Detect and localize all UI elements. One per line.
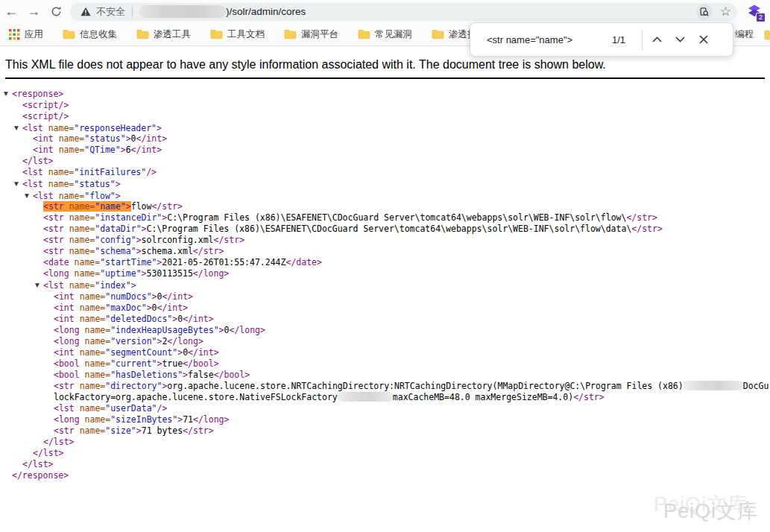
xml-line: <str name="instanceDir">C:\Program Files… [0, 212, 770, 224]
expand-arrow-icon[interactable]: ▼ [35, 279, 43, 291]
expand-arrow-icon[interactable]: ▼ [14, 122, 22, 133]
xml-tree: ▼<response><script/><script/>▼<lst name=… [0, 88, 770, 481]
find-match-highlight: name= [69, 201, 95, 212]
find-input[interactable]: <str name="name"> [487, 34, 612, 45]
notice-divider [5, 77, 765, 79]
xml-line: <str name="size">71 bytes</str> [0, 425, 770, 437]
watermark: PeiQi文库 [663, 498, 758, 525]
bookmark-folder-label: 渗透工具 [154, 28, 191, 41]
xml-line: <script/> [0, 111, 770, 122]
page-content: This XML file does not appear to have an… [0, 47, 770, 532]
find-match-highlight: <str [43, 201, 69, 212]
find-match-count: 1/1 [612, 34, 637, 45]
xml-line: ▼<lst name="index"> [0, 279, 770, 291]
folder-icon [63, 29, 75, 39]
xml-line: ▼<response> [0, 88, 770, 100]
xml-line: ▼<lst name="responseHeader"> [0, 122, 770, 134]
xml-line: <str name="schema">schema.xml</str> [0, 246, 770, 257]
xml-line: </response> [0, 470, 770, 481]
bookmark-folder-label: 常见漏洞 [375, 28, 412, 41]
apps-shortcut[interactable]: 应用 [9, 28, 43, 41]
bookmark-star-icon[interactable]: ☆ [720, 5, 731, 18]
xml-line: <int name="QTime">6</int> [0, 145, 770, 156]
xml-line: <script/> [0, 100, 770, 111]
bookmark-folder-item[interactable]: 漏洞平台 [284, 28, 338, 41]
browser-toolbar: ← → 不安全 )/solr/admin/cores [0, 0, 770, 23]
xml-line: <str name="config">solrconfig.xml</str> [0, 235, 770, 246]
xml-line: </lst> [0, 459, 770, 470]
chevron-down-icon [675, 37, 685, 42]
xml-line: </lst> [0, 448, 770, 459]
folder-icon [210, 29, 223, 39]
bookmark-folder-item[interactable]: 渗透工具 [136, 28, 191, 41]
xml-line: ▼<lst name="flow"> [0, 190, 770, 202]
xml-line: <int name="maxDoc">0</int> [0, 303, 770, 314]
apps-label: 应用 [25, 28, 43, 41]
find-match-highlight: "name" [95, 201, 126, 212]
apps-grid-icon [9, 29, 20, 40]
bookmarks-right-group: 编程 [735, 23, 770, 46]
xml-style-notice: This XML file does not appear to have an… [5, 58, 764, 72]
bookmark-folder-item[interactable]: 常见漏洞 [358, 28, 412, 41]
forward-button[interactable]: → [22, 2, 45, 22]
folder-icon [284, 29, 297, 39]
xml-line: <int name="numDocs">0</int> [0, 291, 770, 303]
bookmark-folder-label: 编程 [735, 28, 754, 41]
xml-line: <bool name="current">true</bool> [0, 358, 770, 370]
xml-line: <lst name="userData"/> [0, 403, 770, 414]
bookmark-folder-label: 漏洞平台 [301, 28, 338, 41]
reload-button[interactable] [45, 2, 67, 22]
redaction-blur [684, 381, 743, 390]
xml-line: <long name="version">2</long> [0, 336, 770, 347]
redacted-host [139, 5, 226, 18]
back-button[interactable]: ← [0, 2, 22, 22]
xml-line: <long name="indexHeapUsageBytes">0</long… [0, 325, 770, 336]
folder-icon [136, 29, 149, 39]
chevron-up-icon [652, 37, 662, 42]
expand-arrow-icon[interactable]: ▼ [4, 88, 12, 99]
xml-line: <str name="dataDir">C:\Program Files (x8… [0, 224, 770, 235]
find-in-page-indicator-icon[interactable] [696, 4, 713, 20]
redaction-blur [338, 392, 393, 402]
not-secure-label: 不安全 [96, 5, 125, 19]
close-icon [699, 35, 708, 44]
find-bar: <str name="name"> 1/1 [470, 22, 733, 57]
xml-line: </lst> [0, 156, 770, 167]
find-close-button[interactable] [692, 28, 715, 51]
xml-line: <int name="deletedDocs">0</int> [0, 314, 770, 325]
xml-line: <int name="segmentCount">0</int> [0, 347, 770, 358]
find-next-button[interactable] [669, 28, 692, 51]
xml-line: <long name="uptime">530113515</long> [0, 268, 770, 279]
omnibox-divider [132, 7, 133, 17]
not-secure-warning-icon[interactable] [81, 7, 91, 16]
xml-line: <bool name="hasDeletions">false</bool> [0, 370, 770, 381]
xml-line: <str name="directory">org.apache.lucene.… [0, 381, 770, 403]
bookmark-folder-label: 工具文档 [227, 28, 265, 41]
find-match-highlight: > [126, 201, 131, 212]
xml-line: <long name="sizeInBytes">71</long> [0, 414, 770, 425]
bookmark-folder-label: 信息收集 [80, 28, 117, 41]
expand-arrow-icon[interactable]: ▼ [14, 178, 22, 189]
folder-icon [358, 29, 370, 39]
xml-line: <str name="name">flow</str> [0, 201, 770, 212]
xml-line: <date name="startTime">2021-05-26T01:55:… [0, 257, 770, 268]
bookmark-folder-item[interactable] [764, 30, 770, 40]
address-bar[interactable]: 不安全 )/solr/admin/cores ☆ [70, 3, 737, 21]
find-previous-button[interactable] [646, 28, 669, 51]
bookmark-folder-item[interactable]: 工具文档 [210, 28, 265, 41]
expand-arrow-icon[interactable]: ▼ [25, 190, 33, 201]
folder-icon [764, 30, 770, 40]
extension-badge: 2 [756, 13, 766, 22]
url-path-text: )/solr/admin/cores [226, 6, 696, 17]
xml-line: <lst name="initFailures"/> [0, 167, 770, 178]
xml-line: ▼<lst name="status"> [0, 178, 770, 190]
bookmark-folder-item[interactable]: 信息收集 [63, 28, 117, 41]
find-bar-divider [642, 29, 643, 50]
reload-icon [51, 6, 62, 17]
folder-icon [432, 29, 444, 39]
xml-line: <int name="status">0</int> [0, 133, 770, 145]
bookmark-folder-item[interactable]: 编程 [735, 28, 754, 41]
xml-line: </lst> [0, 437, 770, 448]
extension-button[interactable]: 2 [746, 4, 763, 20]
